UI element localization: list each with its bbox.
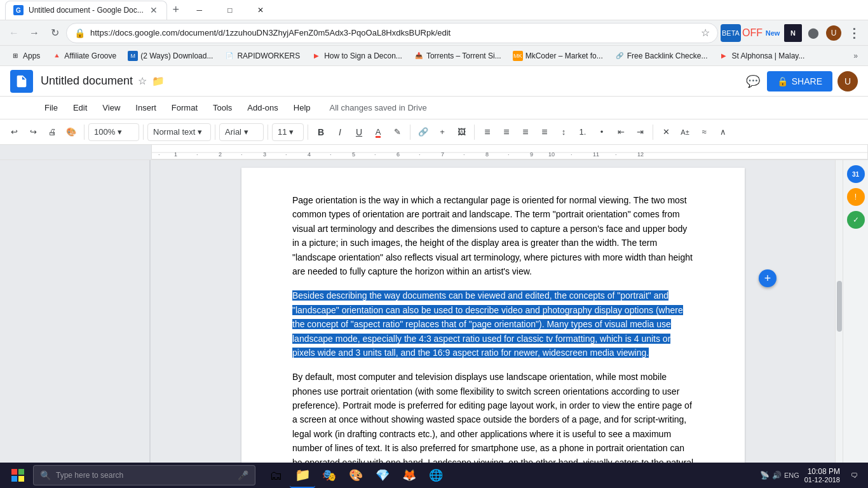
paint-format-button[interactable]: 🎨 (62, 123, 80, 141)
bookmark-torrents[interactable]: 📥 Torrents – Torrent Si... (409, 48, 506, 64)
taskbar-app-1[interactable]: 🎭 (316, 463, 342, 488)
folder-icon[interactable]: 📁 (152, 75, 165, 87)
font-size-dropdown[interactable]: 11 ▾ (272, 123, 304, 141)
bulleted-list-button[interactable]: • (593, 123, 611, 141)
time-date[interactable]: 10:08 PM 01-12-2018 (804, 467, 840, 484)
suggestion-badge[interactable]: ! (847, 188, 865, 206)
adblock-icon[interactable]: OFF (743, 24, 761, 42)
menu-format[interactable]: Format (165, 99, 204, 116)
taskbar-task-view[interactable]: 🗂 (263, 463, 288, 488)
align-right-button[interactable]: ≡ (517, 123, 534, 141)
zoom-dropdown[interactable]: 100% ▾ (88, 123, 139, 141)
font-dropdown[interactable]: Arial ▾ (219, 123, 264, 141)
menu-dots-icon[interactable]: ⋮ (845, 24, 863, 42)
account-icon[interactable]: U (825, 24, 843, 42)
undo-button[interactable]: ↩ (5, 123, 23, 141)
link-button[interactable]: 🔗 (414, 123, 432, 141)
numbered-list-button[interactable]: 1. (574, 123, 592, 141)
text-color-button[interactable]: A (369, 123, 387, 141)
menu-view[interactable]: View (96, 99, 126, 116)
comments-icon[interactable]: 💬 (744, 72, 762, 90)
svg-rect-30 (11, 476, 17, 482)
bookmark-rapidworkers[interactable]: 📄 RAPIDWORKERS (219, 48, 305, 64)
special-chars-button[interactable]: A± (676, 123, 694, 141)
menu-addons[interactable]: Add-ons (241, 99, 284, 116)
vertical-scrollbar[interactable] (835, 160, 843, 463)
user-avatar[interactable]: U (837, 71, 858, 92)
expand-button[interactable]: ∧ (714, 123, 732, 141)
scrollbar-thumb[interactable] (837, 281, 842, 332)
bookmark-apps[interactable]: ⊞ Apps (5, 48, 45, 64)
menu-insert[interactable]: Insert (129, 99, 163, 116)
taskbar-search[interactable]: 🔍 Type here to search 🎤 (33, 465, 255, 485)
extensions-icon[interactable]: BETA (721, 24, 741, 42)
insert-comment-button[interactable]: + (433, 123, 451, 141)
maximize-button[interactable]: □ (215, 0, 245, 20)
bookmark-mkcoder[interactable]: MK MkCoder – Market fo... (508, 48, 608, 64)
bookmark-backlink[interactable]: 🔗 Free Backlink Checke... (609, 48, 713, 64)
bookmark-alphonsa[interactable]: ▶ St Alphonsa | Malay... (714, 48, 810, 64)
menu-edit[interactable]: Edit (67, 99, 93, 116)
taskbar-chrome[interactable]: 🌐 (423, 463, 449, 488)
italic-button[interactable]: I (331, 123, 349, 141)
taskbar-firefox[interactable]: 🦊 (397, 463, 422, 488)
bookmark-2ways[interactable]: M (2 Ways) Download... (123, 48, 218, 64)
highlight-button[interactable]: ✎ (388, 123, 406, 141)
notification-button[interactable]: 🗨 (845, 466, 863, 484)
new-tab-button[interactable]: + (167, 1, 185, 19)
svg-rect-0 (18, 81, 24, 82)
bold-button[interactable]: B (312, 123, 330, 141)
paragraph-3[interactable]: By default, most computer and television… (292, 370, 694, 463)
doc-title[interactable]: Untitled document (41, 74, 133, 88)
address-bar[interactable]: 🔒 https://docs.google.com/document/d/1zz… (66, 23, 718, 43)
forward-button[interactable]: → (25, 24, 43, 42)
extension4-icon[interactable]: ⬤ (804, 24, 822, 42)
print-button[interactable]: 🖨 (43, 123, 61, 141)
underline-button[interactable]: U (350, 123, 368, 141)
extension3-icon[interactable]: N (784, 24, 802, 42)
title-bar: G Untitled document - Google Doc... ✕ + … (0, 0, 868, 20)
taskbar-app-gem[interactable]: 💎 (370, 463, 395, 488)
new-icon[interactable]: New (764, 24, 782, 42)
bookmark-affiliate-groove[interactable]: 🔺 Affiliate Groove (46, 48, 121, 64)
justify-button[interactable]: ≡ (536, 123, 553, 141)
calendar-badge[interactable]: 31 (847, 165, 865, 183)
mic-icon[interactable]: 🎤 (238, 470, 248, 480)
minimize-button[interactable]: ─ (185, 0, 214, 20)
svg-text:·: · (571, 151, 573, 158)
checklist-badge[interactable]: ✓ (847, 211, 865, 229)
align-center-button[interactable]: ≡ (498, 123, 515, 141)
close-button[interactable]: ✕ (246, 0, 275, 20)
back-button[interactable]: ← (5, 24, 23, 42)
backlink-icon: 🔗 (614, 51, 625, 61)
bookmarks-more-button[interactable]: » (848, 49, 863, 63)
taskbar-file-explorer[interactable]: 📁 (290, 463, 315, 488)
start-button[interactable] (5, 463, 31, 488)
paragraph-1[interactable]: Page orientation is the way in which a r… (292, 193, 694, 278)
spelling-button[interactable]: ≈ (695, 123, 713, 141)
line-spacing-button[interactable]: ↕ (555, 123, 573, 141)
clear-format-button[interactable]: ✕ (657, 123, 675, 141)
style-dropdown[interactable]: Normal text ▾ (147, 123, 211, 141)
decrease-indent-button[interactable]: ⇤ (612, 123, 630, 141)
star-icon[interactable]: ☆ (138, 75, 147, 87)
menu-tools[interactable]: Tools (207, 99, 238, 116)
refresh-button[interactable]: ↻ (46, 24, 64, 42)
bookmark-how-to-sign[interactable]: ▶ How to Sign a Decon... (306, 48, 407, 64)
language-label[interactable]: ENG (784, 471, 799, 479)
insert-image-button[interactable]: 🖼 (452, 123, 470, 141)
share-button[interactable]: 🔒 SHARE (767, 71, 832, 92)
tab-close-button[interactable]: ✕ (149, 4, 159, 17)
network-icon[interactable]: 📡 (760, 471, 770, 480)
bookmark-star-icon[interactable]: ☆ (701, 27, 710, 39)
align-left-button[interactable]: ≡ (478, 123, 496, 141)
redo-button[interactable]: ↪ (24, 123, 42, 141)
taskbar-photoshop[interactable]: 🎨 (343, 463, 369, 488)
add-content-button[interactable]: + (759, 269, 776, 287)
volume-icon[interactable]: 🔊 (772, 471, 782, 480)
paragraph-2[interactable]: Besides describing the way documents can… (292, 288, 694, 360)
menu-help[interactable]: Help (287, 99, 317, 116)
menu-file[interactable]: File (38, 99, 64, 116)
browser-tab[interactable]: G Untitled document - Google Doc... ✕ (5, 1, 167, 20)
increase-indent-button[interactable]: ⇥ (631, 123, 649, 141)
